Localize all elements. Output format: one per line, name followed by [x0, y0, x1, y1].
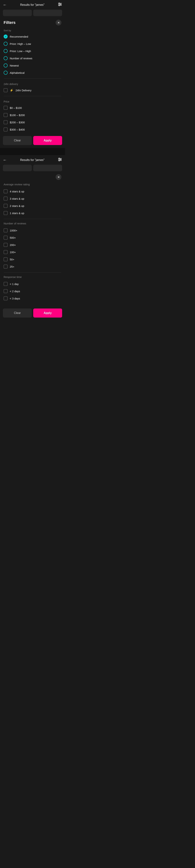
filter-icon-2[interactable] [58, 157, 62, 162]
sort-by-label: Sort by [0, 28, 65, 33]
sort-label-price-lh: Price: Low – High [10, 50, 31, 53]
rating-label-2: 2 stars & up [10, 204, 24, 208]
checkbox-review-5 [4, 265, 8, 269]
avg-rating-label: Average review rating [0, 182, 65, 188]
sort-option-price-lh[interactable]: Price: Low – High [0, 48, 65, 55]
radio-price-hl [4, 42, 8, 46]
price-option-1[interactable]: $100 – $200 [0, 112, 65, 119]
response-option-1[interactable]: < 2 days [0, 287, 65, 295]
tab-3[interactable] [3, 165, 32, 171]
rating-option-0[interactable]: 4 stars & up [0, 188, 65, 195]
sort-label-price-hl: Price: High – Low [10, 42, 31, 45]
divider-3 [4, 219, 62, 219]
price-label: Price [0, 98, 65, 104]
review-label-4: 50+ [10, 258, 14, 261]
tab-2[interactable] [33, 9, 62, 16]
sort-option-recommended[interactable]: Recommended [0, 33, 65, 40]
review-label-3: 100+ [10, 251, 16, 254]
rating-option-2[interactable]: 2 stars & up [0, 202, 65, 209]
rating-option-1[interactable]: 3 stars & up [0, 195, 65, 202]
checkbox-delivery [4, 88, 8, 92]
divider-2 [4, 96, 62, 96]
close-button-1[interactable]: ✕ [55, 20, 62, 26]
sort-option-alphabetical[interactable]: Alphabetical [0, 69, 65, 76]
svg-point-9 [59, 158, 60, 159]
filter-header-2: ✕ [0, 171, 65, 182]
divider-4 [4, 272, 62, 273]
close-icon-2: ✕ [57, 176, 60, 179]
sort-option-newest[interactable]: Newest [0, 62, 65, 69]
rating-label-1: 3 stars & up [10, 197, 24, 200]
bottom-buttons-2: Clear Apply [0, 306, 65, 320]
nav-title-2: Results for "james" [20, 158, 45, 162]
checkbox-price-2 [4, 120, 8, 124]
checkbox-rating-2 [4, 204, 8, 208]
checkbox-price-1 [4, 113, 8, 117]
checkbox-response-1 [4, 289, 8, 293]
back-icon-2[interactable]: ← [3, 158, 7, 162]
sort-option-price-hl[interactable]: Price: High – Low [0, 40, 65, 48]
radio-num-reviews [4, 56, 8, 60]
review-label-0: 1000+ [10, 229, 17, 232]
checkbox-rating-0 [4, 189, 8, 193]
delivery-option-label: 24hr Delivery [15, 89, 31, 92]
sort-label-alphabetical: Alphabetical [10, 71, 25, 74]
rating-label-0: 4 stars & up [10, 190, 24, 193]
price-option-0[interactable]: $0 – $100 [0, 104, 65, 112]
checkbox-review-1 [4, 236, 8, 240]
delivery-label: 24hr delivery [0, 81, 65, 87]
review-option-1[interactable]: 500+ [0, 234, 65, 241]
sort-label-num-reviews: Number of reviews [10, 57, 32, 60]
spacer [0, 148, 65, 155]
bottom-buttons-1: Clear Apply [0, 133, 65, 148]
delivery-option[interactable]: ⚡ 24hr Delivery [0, 87, 65, 94]
response-option-2[interactable]: < 3 days [0, 295, 65, 302]
radio-recommended [4, 35, 8, 38]
apply-button-2[interactable]: Apply [33, 309, 62, 317]
review-option-2[interactable]: 200+ [0, 241, 65, 248]
rating-option-3[interactable]: 1 stars & up [0, 209, 65, 217]
checkbox-review-0 [4, 228, 8, 232]
close-button-2[interactable]: ✕ [55, 174, 62, 180]
svg-point-11 [59, 160, 60, 161]
price-option-3[interactable]: $300 – $400 [0, 126, 65, 133]
price-label-1: $100 – $200 [10, 114, 25, 117]
apply-button-1[interactable]: Apply [33, 136, 62, 145]
review-option-4[interactable]: 50+ [0, 256, 65, 263]
back-icon-1[interactable]: ← [3, 3, 7, 7]
radio-alphabetical [4, 71, 8, 75]
checkbox-price-0 [4, 106, 8, 110]
clear-button-2[interactable]: Clear [3, 309, 32, 317]
review-option-0[interactable]: 1000+ [0, 227, 65, 234]
num-reviews-label: Number of reviews [0, 221, 65, 227]
tab-bar-1 [0, 9, 65, 16]
price-label-2: $200 – $300 [10, 121, 25, 124]
tab-1[interactable] [3, 9, 32, 16]
svg-point-3 [59, 3, 60, 4]
sort-label-newest: Newest [10, 64, 19, 67]
checkbox-review-3 [4, 250, 8, 254]
clear-button-1[interactable]: Clear [3, 136, 32, 145]
rating-label-3: 1 stars & up [10, 212, 24, 215]
filter-icon-1[interactable] [58, 2, 62, 7]
response-label-1: < 2 days [10, 290, 20, 293]
checkbox-response-0 [4, 282, 8, 286]
nav-bar-2: ← Results for "james" [0, 155, 65, 165]
checkbox-rating-1 [4, 196, 8, 200]
radio-price-lh [4, 49, 8, 53]
tab-bar-2 [0, 165, 65, 171]
review-label-5: 25+ [10, 265, 14, 268]
close-icon-1: ✕ [57, 21, 60, 24]
response-time-label: Response time [0, 275, 65, 280]
response-label-2: < 3 days [10, 297, 20, 300]
response-label-0: < 1 day [10, 282, 19, 285]
response-option-0[interactable]: < 1 day [0, 280, 65, 287]
review-option-5[interactable]: 25+ [0, 263, 65, 270]
tab-4[interactable] [33, 165, 62, 171]
sort-option-num-reviews[interactable]: Number of reviews [0, 55, 65, 62]
svg-point-10 [60, 159, 61, 160]
review-option-3[interactable]: 100+ [0, 248, 65, 256]
filter-header-1: Filters ✕ [0, 16, 65, 28]
price-option-2[interactable]: $200 – $300 [0, 119, 65, 126]
radio-newest [4, 63, 8, 67]
